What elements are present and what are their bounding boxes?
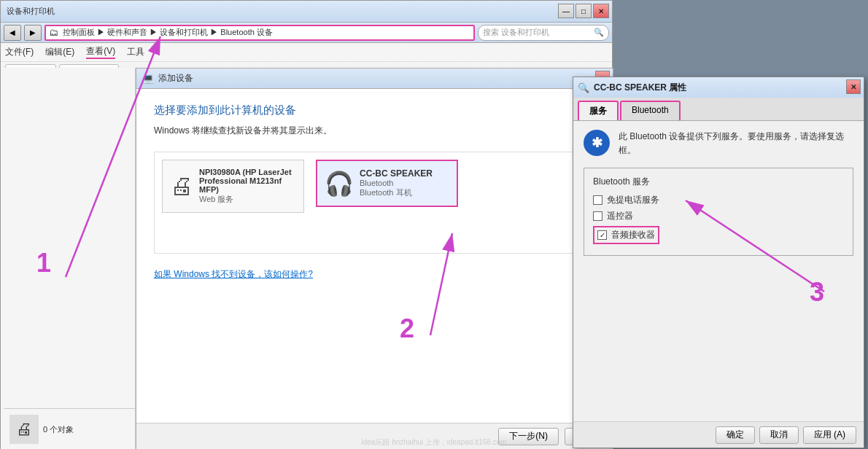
service-item-0: 免提电话服务 [593, 194, 844, 206]
props-ok-button[interactable]: 确定 [716, 426, 755, 444]
props-apply-button[interactable]: 应用 (A) [803, 426, 856, 444]
bt-device-icon: 🎧 [325, 170, 354, 198]
menu-tools[interactable]: 工具 [127, 46, 144, 58]
device-sub1-1: Bluetooth [360, 179, 433, 187]
subdialog-header: 💻 添加设备 ✕ [136, 69, 613, 89]
device-name-1: CC-BC SPEAKER [360, 168, 433, 179]
breadcrumb: 控制面板 ▶ 硬件和声音 ▶ 设备和打印机 ▶ Bluetooth 设备 [63, 27, 273, 38]
address-bar-row: ◀ ▶ 🗂 控制面板 ▶ 硬件和声音 ▶ 设备和打印机 ▶ Bluetooth … [1, 23, 612, 43]
props-bottom-bar: 确定 取消 应用 (A) [573, 421, 864, 448]
dialog-bottom: 下一步(N) 取消 [136, 423, 613, 449]
forward-button[interactable]: ▶ [24, 25, 42, 41]
props-cancel-button[interactable]: 取消 [759, 426, 799, 444]
sidebar-object-count: 🖨 0 个对象 [4, 408, 138, 449]
props-close-button[interactable]: ✕ [846, 79, 861, 94]
printer-device-icon: 🖨 [170, 173, 193, 200]
service-group-title: Bluetooth 服务 [593, 176, 844, 188]
tab-bluetooth[interactable]: Bluetooth [620, 101, 681, 120]
sidebar: 🖨 0 个对象 [1, 68, 136, 449]
subdialog-title: 添加设备 [158, 72, 193, 85]
service-item-1: 遥控器 [593, 210, 844, 222]
close-button[interactable]: ✕ [593, 4, 609, 18]
service-group: Bluetooth 服务 免提电话服务 遥控器 ✓ 音频接收器 [584, 168, 853, 256]
subdialog-content: 选择要添加到此计算机的设备 Windows 将继续查找新设备并将其显示出来。 🖨… [136, 89, 613, 295]
service-label-0: 免提电话服务 [607, 194, 659, 206]
props-description: 此 Bluetooth 设备提供下列服务。要使用服务，请选择复选框。 [619, 130, 853, 157]
service-label-1: 遥控器 [607, 210, 633, 222]
next-button[interactable]: 下一步(N) [498, 428, 559, 445]
service-item-2: ✓ 音频接收器 [593, 226, 659, 244]
device-item-bluetooth[interactable]: 🎧 CC-BC SPEAKER Bluetooth Bluetooth 耳机 [316, 160, 458, 207]
service-label-2: 音频接收器 [611, 229, 655, 241]
back-button[interactable]: ◀ [4, 25, 21, 41]
object-count-label: 0 个对象 [43, 424, 74, 435]
device-sub-0: Web 服务 [199, 194, 296, 205]
menu-file[interactable]: 文件(F) [5, 46, 34, 58]
main-window-title: 设备和打印机 [7, 6, 55, 17]
tab-service[interactable]: 服务 [578, 101, 619, 120]
props-title-icon: 🔍 [578, 82, 589, 93]
main-title-bar: 设备和打印机 — □ ✕ [1, 1, 612, 23]
properties-dialog: 🔍 CC-BC SPEAKER 属性 ✕ 服务 Bluetooth ✱ 此 Bl… [573, 77, 864, 448]
printer-icon: 🖨 [9, 415, 39, 444]
checkbox-1[interactable] [593, 211, 602, 221]
minimize-button[interactable]: — [558, 4, 574, 18]
maximize-button[interactable]: □ [576, 4, 592, 18]
menu-view[interactable]: 查看(V) [86, 45, 115, 59]
device-item-printer[interactable]: 🖨 NPI30980A (HP LaserJet Professional M1… [162, 160, 304, 213]
props-title-text: CC-BC SPEAKER 属性 [594, 82, 686, 94]
search-box[interactable]: 搜索 设备和打印机 🔍 [478, 25, 609, 41]
props-tabs: 服务 Bluetooth [573, 98, 864, 121]
help-link[interactable]: 如果 Windows 找不到设备，该如何操作? [154, 268, 595, 281]
content-heading: 选择要添加到此计算机的设备 [154, 104, 595, 117]
bluetooth-large-icon: ✱ [584, 130, 610, 156]
props-header: ✱ 此 Bluetooth 设备提供下列服务。要使用服务，请选择复选框。 [584, 130, 853, 157]
device-list: 🖨 NPI30980A (HP LaserJet Professional M1… [154, 152, 595, 254]
content-subtext: Windows 将继续查找新设备并将其显示出来。 [154, 125, 595, 137]
menu-edit[interactable]: 编辑(E) [45, 46, 74, 58]
checkbox-2[interactable]: ✓ [597, 230, 607, 240]
device-name-0: NPI30980A (HP LaserJet Professional M121… [199, 168, 296, 194]
search-icon: 🔍 [594, 28, 604, 37]
address-box[interactable]: 🗂 控制面板 ▶ 硬件和声音 ▶ 设备和打印机 ▶ Bluetooth 设备 [44, 25, 475, 41]
subdialog-icon: 💻 [142, 73, 154, 84]
checkbox-0[interactable] [593, 195, 602, 205]
props-content: ✱ 此 Bluetooth 设备提供下列服务。要使用服务，请选择复选框。 Blu… [573, 121, 864, 272]
search-placeholder: 搜索 设备和打印机 [483, 27, 549, 38]
props-title-bar: 🔍 CC-BC SPEAKER 属性 ✕ [573, 77, 864, 98]
device-sub2-1: Bluetooth 耳机 [360, 187, 433, 198]
